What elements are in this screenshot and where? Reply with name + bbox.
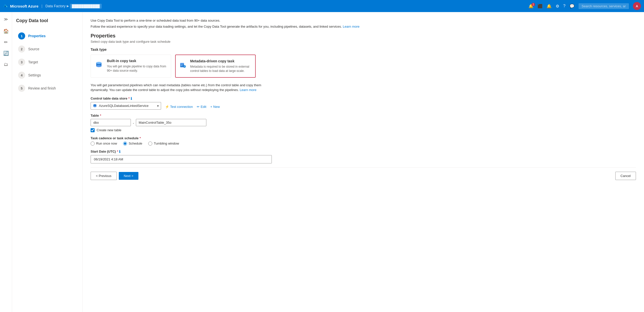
cloud-shell-icon[interactable]: ⬛ bbox=[538, 4, 543, 9]
start-date-input[interactable] bbox=[91, 155, 272, 163]
svg-rect-9 bbox=[181, 65, 183, 65]
cadence-label: Task cadence or task schedule * bbox=[91, 136, 636, 140]
task-type-label: Task type bbox=[91, 48, 636, 52]
metadata-driven-copy-task-card[interactable]: Metadata-driven copy task Metadata is re… bbox=[175, 55, 256, 78]
step-item-source[interactable]: 2 Source bbox=[16, 42, 78, 56]
control-table-select-wrapper: AzureSQLDatabaseLinkedService ▾ bbox=[91, 102, 161, 110]
svg-point-5 bbox=[96, 65, 101, 67]
table-name-input[interactable] bbox=[136, 119, 206, 126]
built-in-task-title: Built-in copy task bbox=[107, 59, 167, 63]
step-circle-1: 1 bbox=[18, 32, 25, 39]
app-name[interactable]: Data Factory bbox=[45, 4, 65, 8]
table-required-star: * bbox=[100, 114, 101, 117]
manage-nav-icon[interactable]: 🗂 bbox=[1, 59, 11, 69]
collapse-sidebar-btn[interactable]: ≫ bbox=[1, 14, 11, 24]
start-date-required-star: * bbox=[117, 150, 118, 153]
intro-line2: Follow the wizard experience to specify … bbox=[91, 24, 636, 29]
svg-point-6 bbox=[96, 62, 101, 64]
steps-sidebar: Copy Data tool 1 Properties 2 Source 3 T… bbox=[12, 12, 83, 312]
section-title: Properties bbox=[91, 33, 636, 39]
intro-learn-more-link[interactable]: Learn more bbox=[343, 25, 359, 28]
section-subtitle: Select copy data task type and configure… bbox=[91, 40, 636, 43]
previous-button[interactable]: < Previous bbox=[91, 172, 117, 180]
test-connection-icon: ⚡ bbox=[165, 105, 169, 109]
step-circle-3: 3 bbox=[18, 59, 25, 66]
built-in-task-content: Built-in copy task You will get single p… bbox=[107, 59, 167, 73]
feedback-icon[interactable]: 💬 bbox=[570, 4, 575, 9]
start-date-info-icon[interactable]: ℹ bbox=[119, 150, 120, 154]
metadata-task-content: Metadata-driven copy task Metadata is re… bbox=[190, 59, 251, 73]
step-item-properties[interactable]: 1 Properties bbox=[16, 29, 78, 42]
create-new-table-checkbox[interactable] bbox=[91, 128, 95, 132]
built-in-copy-task-card[interactable]: Built-in copy task You will get single p… bbox=[91, 55, 171, 78]
table-label: Table * bbox=[91, 114, 636, 117]
built-in-task-icon bbox=[95, 59, 103, 71]
main-content: Use Copy Data Tool to perform a one-time… bbox=[83, 12, 644, 312]
control-table-required-star: * bbox=[128, 97, 130, 100]
monitor-nav-icon[interactable]: 🔄 bbox=[1, 48, 11, 58]
control-table-row: AzureSQLDatabaseLinkedService ▾ ⚡ Test c… bbox=[91, 102, 636, 110]
metadata-task-title: Metadata-driven copy task bbox=[190, 59, 251, 63]
table-schema-input[interactable] bbox=[91, 119, 131, 126]
test-connection-link[interactable]: ⚡ Test connection bbox=[165, 105, 193, 109]
step-label-properties: Properties bbox=[28, 34, 46, 38]
global-search-input[interactable] bbox=[579, 3, 629, 9]
step-item-target[interactable]: 3 Target bbox=[16, 56, 78, 69]
built-in-task-desc: You will get single pipeline to copy dat… bbox=[107, 64, 167, 73]
step-circle-4: 4 bbox=[18, 72, 25, 79]
table-separator: . bbox=[133, 120, 134, 124]
topbar-icons: 🔔 1 ⬛ 🔔 ⚙ ? 💬 A bbox=[528, 2, 641, 10]
select-chevron-icon: ▾ bbox=[155, 102, 161, 109]
create-new-table-label[interactable]: Create new table bbox=[97, 128, 121, 132]
step-item-settings[interactable]: 4 Settings bbox=[16, 69, 78, 82]
control-table-select[interactable]: AzureSQLDatabaseLinkedService bbox=[99, 102, 155, 109]
run-once-radio[interactable] bbox=[91, 142, 95, 146]
cadence-radio-group: Run once now Schedule Tumbling window bbox=[91, 142, 636, 146]
alerts-icon[interactable]: 🔔 bbox=[547, 4, 552, 9]
info-learn-more-link[interactable]: Learn more bbox=[240, 88, 256, 92]
svg-rect-10 bbox=[181, 66, 182, 66]
step-item-review[interactable]: 5 Review and finish bbox=[16, 82, 78, 95]
table-inputs-row: . bbox=[91, 119, 636, 126]
svg-rect-8 bbox=[180, 63, 184, 64]
next-button[interactable]: Next > bbox=[119, 172, 138, 180]
settings-icon[interactable]: ⚙ bbox=[556, 4, 559, 9]
radio-option-tumbling: Tumbling window bbox=[148, 142, 179, 146]
svg-point-14 bbox=[184, 66, 185, 67]
breadcrumb-arrow: ▶ bbox=[67, 4, 69, 8]
tumbling-label[interactable]: Tumbling window bbox=[154, 142, 179, 145]
control-table-label: Control table data store * ℹ bbox=[91, 97, 636, 101]
schedule-label[interactable]: Schedule bbox=[129, 142, 142, 145]
notification-badge: 1 bbox=[532, 3, 535, 6]
tumbling-radio[interactable] bbox=[148, 142, 152, 146]
edit-link[interactable]: ✏ Edit bbox=[197, 105, 206, 109]
start-date-form-group: Start Date (UTC) * ℹ bbox=[91, 150, 636, 163]
step-label-source: Source bbox=[28, 47, 39, 51]
radio-option-run-once: Run once now bbox=[91, 142, 117, 146]
help-icon[interactable]: ? bbox=[563, 4, 565, 8]
step-circle-5: 5 bbox=[18, 85, 25, 92]
edit-nav-icon[interactable]: ✏ bbox=[1, 37, 11, 47]
cancel-btn-wrapper: Cancel bbox=[615, 172, 636, 180]
topbar-separator: | bbox=[42, 4, 43, 8]
main-layout: ≫ 🏠 ✏ 🔄 🗂 Copy Data tool 1 Properties 2 … bbox=[0, 12, 644, 312]
notifications-icon[interactable]: 🔔 1 bbox=[528, 4, 534, 9]
home-nav-icon[interactable]: 🏠 bbox=[1, 26, 11, 36]
sidebar-icons: ≫ 🏠 ✏ 🔄 🗂 bbox=[0, 12, 12, 312]
run-once-label[interactable]: Run once now bbox=[96, 142, 117, 145]
control-table-info-icon[interactable]: ℹ bbox=[131, 97, 132, 101]
new-plus-icon: + bbox=[210, 105, 212, 109]
cancel-button[interactable]: Cancel bbox=[615, 172, 636, 180]
breadcrumb-item[interactable]: ████████████ bbox=[70, 4, 102, 9]
cadence-required-star: * bbox=[140, 136, 141, 140]
schedule-radio[interactable] bbox=[123, 142, 127, 146]
edit-icon: ✏ bbox=[197, 105, 200, 109]
cadence-form-group: Task cadence or task schedule * Run once… bbox=[91, 136, 636, 146]
user-avatar[interactable]: A bbox=[633, 2, 641, 10]
step-circle-2: 2 bbox=[18, 46, 25, 53]
new-link[interactable]: + New bbox=[210, 105, 220, 109]
topbar-subtitle: Data Factory ▶ ████████████ bbox=[45, 4, 102, 9]
metadata-task-desc: Metadata is required to be stored in ext… bbox=[190, 65, 251, 73]
radio-option-schedule: Schedule bbox=[123, 142, 142, 146]
intro-line1: Use Copy Data Tool to perform a one-time… bbox=[91, 18, 636, 23]
